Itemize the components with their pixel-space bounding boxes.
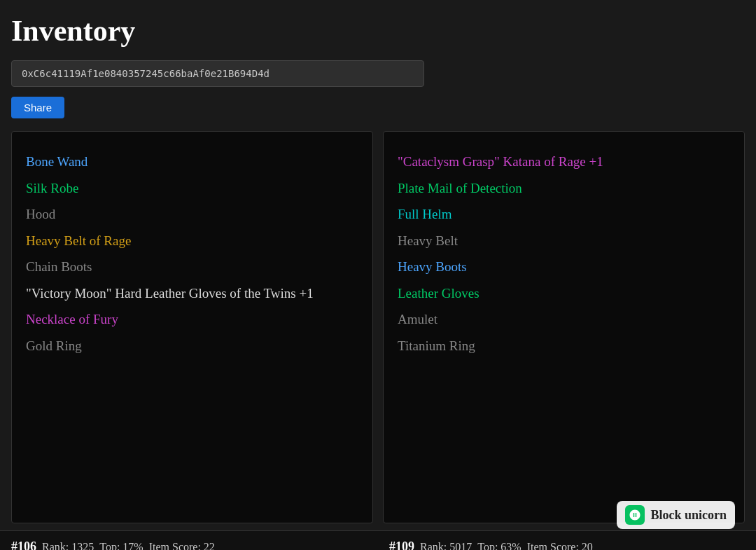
panel-left-rank: Rank: 1325 — [42, 541, 94, 551]
panel-left-score: Item Score: 22 — [149, 541, 215, 551]
watermark-label: Block unicorn — [650, 508, 727, 523]
footer-left: #106 Rank: 1325 Top: 17% Item Score: 22 — [0, 531, 378, 550]
panel-right-score: Item Score: 20 — [527, 541, 593, 551]
item-list-left: Bone Wand Silk Robe Hood Heavy Belt of R… — [26, 149, 358, 359]
inventory-panel-left: Bone Wand Silk Robe Hood Heavy Belt of R… — [11, 131, 373, 523]
address-bar: 0xC6c41119Af1e0840357245c66baAf0e21B694D… — [11, 60, 424, 87]
watermark: Block unicorn — [617, 501, 735, 529]
footer-bar: #106 Rank: 1325 Top: 17% Item Score: 22 … — [0, 530, 756, 550]
list-item: "Victory Moon" Hard Leather Gloves of th… — [26, 280, 358, 307]
list-item: "Cataclysm Grasp" Katana of Rage +1 — [398, 149, 730, 175]
list-item: Heavy Belt — [398, 228, 730, 254]
panel-left-id: #106 — [11, 539, 36, 550]
footer-right: #109 Rank: 5017 Top: 63% Item Score: 20 — [378, 531, 756, 550]
list-item: Chain Boots — [26, 254, 358, 280]
list-item: Plate Mail of Detection — [398, 175, 730, 202]
panel-right-id: #109 — [389, 539, 414, 550]
inventory-panel-right: "Cataclysm Grasp" Katana of Rage +1 Plat… — [383, 131, 745, 523]
list-item: Amulet — [398, 306, 730, 333]
list-item: Hood — [26, 201, 358, 228]
panel-right-rank: Rank: 5017 — [420, 541, 472, 551]
page-title: Inventory — [11, 14, 745, 48]
list-item: Silk Robe — [26, 175, 358, 202]
share-button[interactable]: Share — [11, 97, 64, 118]
list-item: Heavy Boots — [398, 254, 730, 280]
list-item: Full Helm — [398, 201, 730, 228]
item-list-right: "Cataclysm Grasp" Katana of Rage +1 Plat… — [398, 149, 730, 359]
inventory-grid: Bone Wand Silk Robe Hood Heavy Belt of R… — [11, 131, 745, 523]
list-item: Leather Gloves — [398, 280, 730, 307]
panel-right-top: Top: 63% — [477, 541, 521, 551]
list-item: Bone Wand — [26, 149, 358, 175]
list-item: Heavy Belt of Rage — [26, 228, 358, 254]
list-item: Necklace of Fury — [26, 306, 358, 333]
list-item: Gold Ring — [26, 333, 358, 359]
list-item: Titanium Ring — [398, 333, 730, 359]
watermark-icon — [625, 505, 645, 525]
page-wrapper: Inventory 0xC6c41119Af1e0840357245c66baA… — [0, 0, 756, 550]
panel-left-top: Top: 17% — [99, 541, 143, 551]
